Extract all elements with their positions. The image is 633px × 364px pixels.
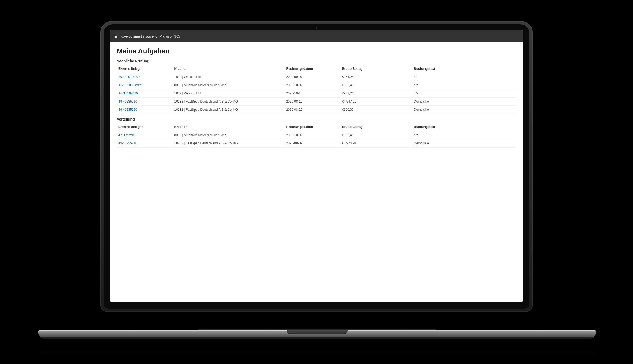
cell-datum: 2020-08-12 [285, 98, 341, 106]
cell-betrag: €382,48 [340, 131, 412, 139]
column-header-datum[interactable]: Rechnungsdatum [285, 123, 341, 131]
app-screen: d.velop smart invoice for Microsoft 365 … [110, 30, 523, 302]
cell-betrag: €382,48 [340, 81, 412, 89]
cell-betrag: €3.974,28 [340, 139, 412, 148]
column-header-betrag[interactable]: Brutto Betrag [340, 65, 412, 73]
cell-datum: 2020-08-25 [285, 106, 341, 114]
table-row: 49-4023521010232 | FastSped Deutschland … [117, 139, 516, 148]
cell-datum: 2020-09-07 [285, 73, 341, 81]
app-launcher-icon[interactable] [114, 35, 117, 38]
cell-kreditor: 8303 | Autohaus Meier & Müller GmbH [173, 81, 285, 89]
cell-text: Demo skle [412, 106, 516, 114]
laptop-bezel-inner: d.velop smart invoice for Microsoft 365 … [104, 24, 529, 309]
app-title: d.velop smart invoice for Microsoft 365 [121, 34, 180, 38]
task-table: Externe Belegnr.KreditorRechnungsdatumBr… [117, 123, 516, 148]
cell-kreditor: 1032 | Wesson Ltd. [173, 73, 285, 81]
cell-datum: 2020-10-02 [285, 81, 341, 89]
section-title: Sachliche Prüfung [117, 59, 516, 63]
cell-text: n/a [412, 131, 516, 139]
page-title: Meine Aufgaben [117, 47, 516, 55]
cell-kreditor: 8303 | Autohaus Meier & Müller GmbH [173, 131, 285, 139]
cell-kreditor: 10232 | FastSped Deutschland A/S & Co. K… [173, 106, 285, 114]
column-header-text[interactable]: Buchungstext [412, 65, 516, 73]
task-table: Externe Belegnr.KreditorRechnungsdatumBr… [117, 65, 516, 114]
doc-link[interactable]: 2020-09-14007 [118, 75, 140, 79]
cell-betrag: £962,26 [340, 89, 412, 98]
cell-kreditor: 1032 | Wesson Ltd. [173, 89, 285, 98]
column-header-kreditor[interactable]: Kreditor [173, 123, 285, 131]
doc-link[interactable]: 49-40235210 [118, 108, 137, 112]
table-row: 49-4023521010232 | FastSped Deutschland … [117, 98, 516, 106]
doc-link[interactable]: INV13102020 [118, 91, 138, 95]
column-header-text[interactable]: Buchungstext [412, 123, 516, 131]
page-content: Meine Aufgaben Sachliche PrüfungExterne … [110, 42, 523, 302]
camera-icon [315, 27, 318, 29]
doc-link[interactable]: 49-40235210 [118, 100, 137, 103]
suite-bar: d.velop smart invoice for Microsoft 365 [110, 30, 523, 42]
cell-text: n/a [412, 81, 516, 89]
laptop-bezel: d.velop smart invoice for Microsoft 365 … [100, 21, 533, 312]
column-header-kreditor[interactable]: Kreditor [173, 65, 285, 73]
cell-betrag: €4.547,01 [340, 98, 412, 106]
table-header-row: Externe Belegnr.KreditorRechnungsdatumBr… [117, 65, 516, 73]
cell-betrag: €100,00 [340, 106, 412, 114]
laptop-notch [287, 330, 348, 334]
section-title: Verteilung [117, 117, 516, 121]
cell-text: Demo skle [412, 139, 516, 148]
cell-kreditor: 10232 | FastSped Deutschland A/S & Co. K… [173, 139, 285, 148]
column-header-beleg[interactable]: Externe Belegnr. [117, 123, 173, 131]
reflection-mask [38, 342, 596, 358]
doc-link[interactable]: INV201008sstre1 [118, 83, 143, 87]
table-row: 2020-09-140071032 | Wesson Ltd.2020-09-0… [117, 73, 516, 81]
column-header-datum[interactable]: Rechnungsdatum [285, 65, 341, 73]
table-header-row: Externe Belegnr.KreditorRechnungsdatumBr… [117, 123, 516, 131]
cell-kreditor: 10232 | FastSped Deutschland A/S & Co. K… [173, 98, 285, 106]
table-row: 4711sstre018303 | Autohaus Meier & Mülle… [117, 131, 516, 139]
laptop-frame: d.velop smart invoice for Microsoft 365 … [100, 21, 533, 333]
table-row: INV131020201032 | Wesson Ltd.2020-10-13£… [117, 89, 516, 98]
doc-link[interactable]: 4711sstre01 [118, 133, 136, 137]
table-row: INV201008sstre18303 | Autohaus Meier & M… [117, 81, 516, 89]
cell-datum: 2020-10-13 [285, 89, 341, 98]
cell-betrag: €954,24 [340, 73, 412, 81]
doc-link[interactable]: 49-40235210 [118, 141, 137, 145]
laptop-base-top [38, 330, 596, 337]
cell-datum: 2020-08-07 [285, 139, 341, 148]
table-row: 49-4023521010232 | FastSped Deutschland … [117, 106, 516, 114]
cell-text: n/a [412, 89, 516, 98]
column-header-betrag[interactable]: Brutto Betrag [340, 123, 412, 131]
laptop-base [38, 330, 596, 341]
column-header-beleg[interactable]: Externe Belegnr. [117, 65, 173, 73]
laptop-base-edge [40, 337, 594, 339]
cell-datum: 2020-10-02 [285, 131, 341, 139]
cell-text: n/a [412, 73, 516, 81]
cell-text: Demo skle [412, 98, 516, 106]
